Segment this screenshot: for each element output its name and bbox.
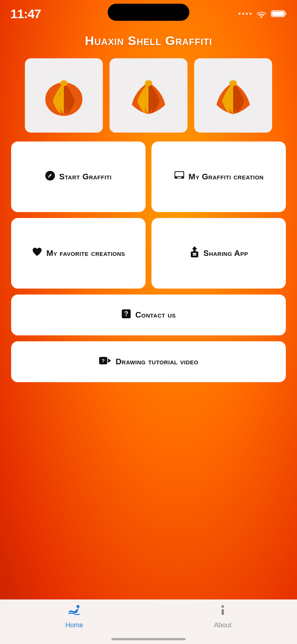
shell-image-1: [40, 71, 88, 120]
shell-card-3[interactable]: [194, 58, 272, 133]
video-icon: ?: [98, 355, 112, 368]
home-indicator: [111, 638, 186, 640]
menu-row-1: Start Graffiti My Graffiti creation: [11, 142, 286, 212]
svg-marker-23: [108, 358, 111, 363]
shell-thumbnails: [0, 58, 297, 133]
status-icons: [238, 9, 287, 18]
tab-about[interactable]: About: [148, 604, 297, 629]
svg-rect-3: [285, 12, 286, 15]
status-time: 11:47: [10, 7, 41, 21]
svg-marker-16: [192, 246, 197, 249]
menu-section: Start Graffiti My Graffiti creation: [0, 142, 297, 644]
svg-point-24: [76, 605, 79, 608]
about-tab-icon: [218, 604, 228, 619]
heart-icon: [32, 247, 43, 260]
my-favorite-creations-label: My favorite creations: [46, 248, 125, 258]
about-tab-label: About: [214, 621, 231, 629]
menu-row-2: My favorite creations Sharing App: [11, 218, 286, 289]
home-tab-label: Home: [65, 621, 83, 629]
svg-rect-17: [193, 253, 196, 254]
svg-rect-2: [272, 12, 284, 16]
svg-text:?: ?: [102, 358, 105, 364]
shell-card-2[interactable]: [110, 58, 187, 133]
notch: [108, 4, 189, 21]
main-content: 11:47 Huaxin Shell Graffiti: [0, 0, 297, 644]
svg-point-7: [229, 80, 237, 86]
start-graffiti-button[interactable]: Start Graffiti: [11, 142, 146, 212]
pencil-icon: [45, 170, 55, 183]
status-bar: 11:47: [0, 0, 297, 22]
shell-image-2: [124, 71, 173, 120]
battery-icon: [271, 10, 287, 18]
drawing-tutorial-video-button[interactable]: ? Drawing tutorial video: [11, 341, 286, 382]
sharing-app-button[interactable]: Sharing App: [151, 218, 286, 289]
tab-bar: Home About: [0, 599, 297, 644]
sharing-app-label: Sharing App: [203, 248, 248, 258]
drawing-tutorial-label: Drawing tutorial video: [115, 357, 198, 367]
signal-dots: [238, 13, 252, 15]
question-icon: ?: [121, 309, 131, 322]
tab-home[interactable]: Home: [0, 604, 148, 629]
svg-point-6: [145, 80, 152, 86]
svg-rect-12: [175, 172, 183, 176]
shell-card-1[interactable]: [25, 58, 103, 133]
svg-rect-18: [193, 254, 196, 256]
svg-point-25: [222, 605, 224, 608]
my-graffiti-creation-label: My Graffiti creation: [189, 172, 264, 182]
svg-rect-26: [222, 609, 224, 615]
inbox-icon: [174, 170, 185, 183]
svg-text:?: ?: [124, 310, 128, 318]
start-graffiti-label: Start Graffiti: [59, 172, 111, 182]
contact-us-label: Contact us: [135, 310, 176, 320]
svg-point-5: [60, 80, 68, 86]
my-favorite-creations-button[interactable]: My favorite creations: [11, 218, 146, 289]
shell-image-3: [209, 71, 257, 120]
app-title: Huaxin Shell Graffiti: [0, 33, 297, 48]
svg-point-0: [261, 16, 262, 18]
wifi-icon: [255, 9, 267, 18]
contact-us-button[interactable]: ? Contact us: [11, 295, 286, 335]
svg-rect-13: [177, 177, 182, 178]
home-tab-icon: [67, 604, 82, 619]
share-icon: [189, 246, 200, 261]
my-graffiti-creation-button[interactable]: My Graffiti creation: [151, 142, 286, 212]
